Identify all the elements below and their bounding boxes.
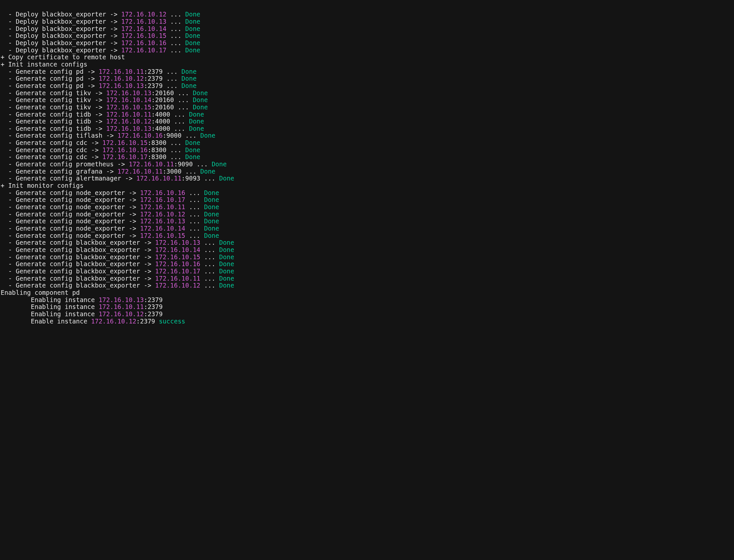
terminal-line: - Generate config prometheus -> 172.16.1… [1,161,733,168]
ip-address: 172.16.10.17 [155,267,200,275]
text: ... [170,118,189,125]
status-done: Done [193,103,208,111]
text: - Deploy blackbox_exporter -> [1,39,121,46]
port: :2379 [144,68,163,75]
terminal-line: Enabling instance 172.16.10.13:2379 [1,296,733,304]
text: - Generate config tiflash -> [1,132,118,139]
terminal-line: Enabling component pd [1,289,733,296]
port: :9093 [182,175,200,182]
terminal-line: - Generate config tidb -> 172.16.10.13:4… [1,125,733,132]
status-done: Done [204,189,219,196]
terminal-line: - Generate config blackbox_exporter -> 1… [1,246,733,254]
text: ... [200,267,219,275]
ip-address: 172.16.10.11 [155,275,200,282]
text: Enabling instance [1,296,99,303]
terminal-line: - Generate config blackbox_exporter -> 1… [1,254,733,261]
terminal-line: - Generate config node_exporter -> 172.1… [1,196,733,204]
ip-address: 172.16.10.13 [99,296,144,303]
ip-address: 172.16.10.11 [118,168,163,175]
text: ... [166,25,185,32]
status-done: Done [204,232,219,239]
text: ... [185,232,204,239]
status-done: Done [200,168,215,175]
status-done: Done [185,146,201,154]
text: - Deploy blackbox_exporter -> [1,11,121,18]
text: ... [166,46,185,54]
text: ... [163,75,182,82]
terminal-line: + Copy certificate to remote host [1,54,733,61]
terminal-line: - Deploy blackbox_exporter -> 172.16.10.… [1,25,733,33]
status-done: Done [200,132,215,139]
port: :2379 [144,82,163,89]
text: ... [166,39,185,46]
terminal-line: + Init monitor configs [1,182,733,189]
terminal-line: - Generate config node_exporter -> 172.1… [1,189,733,197]
status-done: Done [212,160,227,168]
text: ... [174,103,193,111]
status-done: Done [219,175,235,182]
ip-address: 172.16.10.13 [106,89,151,97]
text: ... [200,239,219,246]
text: - Generate config tikv -> [1,89,106,97]
ip-address: 172.16.10.16 [155,260,200,267]
ip-address: 172.16.10.11 [140,203,185,210]
terminal-line: - Deploy blackbox_exporter -> 172.16.10.… [1,47,733,54]
text: - Generate config pd -> [1,82,99,89]
terminal-line: - Generate config tikv -> 172.16.10.14:2… [1,97,733,104]
text: ... [170,125,189,132]
port: :20160 [152,103,174,111]
terminal-line: - Generate config tikv -> 172.16.10.15:2… [1,104,733,111]
ip-address: 172.16.10.13 [155,239,200,246]
port: :8300 [148,153,166,160]
terminal-line: - Generate config cdc -> 172.16.10.16:83… [1,147,733,154]
port: :3000 [163,168,182,175]
text: ... [200,175,219,182]
port: :20160 [152,89,174,97]
text: - Deploy blackbox_exporter -> [1,18,121,25]
status-done: Done [193,96,208,103]
text: ... [200,275,219,282]
text: ... [163,82,182,89]
port: :2379 [144,75,163,82]
status-done: Done [219,239,234,246]
status-done: Done [204,225,219,232]
text: ... [166,18,185,25]
ip-address: 172.16.10.15 [155,253,200,261]
port: :9090 [174,160,193,168]
text: ... [174,89,193,97]
text: - Generate config blackbox_exporter -> [1,267,155,275]
port: :2379 [136,318,159,325]
text: - Generate config grafana -> [1,168,118,175]
text: - Generate config blackbox_exporter -> [1,239,155,246]
text: ... [185,210,204,218]
status-done: Done [185,11,201,18]
text: Enabling instance [1,310,99,318]
ip-address: 172.16.10.16 [118,132,163,139]
text: - Generate config blackbox_exporter -> [1,282,155,289]
terminal-line: - Generate config node_exporter -> 172.1… [1,218,733,225]
text: - Generate config tidb -> [1,111,106,118]
terminal-line: - Generate config blackbox_exporter -> 1… [1,268,733,275]
text: ... [193,160,212,168]
text: ... [200,253,219,261]
status-done: Done [219,282,234,289]
status-done: Done [219,267,234,275]
terminal-line: - Generate config alertmanager -> 172.16… [1,175,733,182]
ip-address: 172.16.10.11 [136,175,182,182]
text: - Generate config cdc -> [1,146,102,154]
port: :2379 [144,310,163,318]
port: :20160 [152,96,174,103]
ip-address: 172.16.10.16 [102,146,148,154]
status-done: Done [204,196,219,203]
terminal-line: Enabling instance 172.16.10.12:2379 [1,311,733,318]
status-done: Done [219,253,234,261]
text: - Generate config blackbox_exporter -> [1,260,155,267]
status-done: Done [204,203,219,210]
text: ... [163,68,182,75]
ip-address: 172.16.10.11 [129,160,174,168]
status-done: Done [219,260,234,267]
status-done: Done [219,246,234,253]
text: - Generate config node_exporter -> [1,189,140,196]
text: - Generate config cdc -> [1,153,102,160]
status-done: Done [182,75,197,82]
